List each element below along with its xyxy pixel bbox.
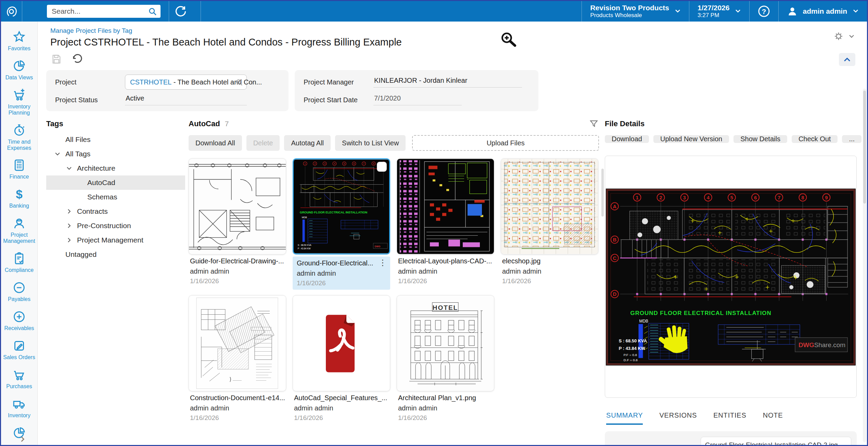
truck-icon <box>12 397 26 411</box>
sidebar-item-receivables[interactable]: Receivables <box>1 306 37 335</box>
sidebar-item-payables[interactable]: Payables <box>1 277 37 306</box>
svg-text:MDB: MDB <box>639 319 648 324</box>
file-author: admin admin <box>297 270 386 277</box>
file-card[interactable]: Electrical-Layout-plans-CAD-... admin ad… <box>397 158 494 290</box>
calculator-icon <box>12 158 26 172</box>
cad-title-text: GROUND FLOOR ELECTRICAL INSTALLATION <box>630 310 771 316</box>
svg-text:B: B <box>613 237 616 242</box>
chevron-down-icon[interactable] <box>67 166 77 171</box>
search-icon[interactable] <box>148 7 157 17</box>
chevron-right-icon[interactable] <box>67 223 77 228</box>
help-button[interactable]: ? <box>749 1 778 22</box>
file-card[interactable]: Guide-for-Electrical-Drawing-... admin a… <box>189 158 286 290</box>
download-all-button[interactable]: Download All <box>189 135 242 151</box>
tag-autocad[interactable]: AutoCad <box>46 175 185 190</box>
sidebar-item-dashboards[interactable] <box>1 422 37 444</box>
sidebar-item-sales-orders[interactable]: Sales Orders <box>1 335 37 364</box>
sidebar-item-time-expenses[interactable]: Time and Expenses <box>1 120 37 155</box>
file-date: 1/16/2026 <box>190 277 285 285</box>
tag-untagged[interactable]: Untagged <box>46 247 185 262</box>
details-tabs: SUMMARY VERSIONS ENTITIES NOTE <box>606 411 783 425</box>
file-card[interactable]: elecshop.jpg admin admin 1/16/2026 <box>501 158 598 290</box>
undo-button[interactable] <box>72 54 83 66</box>
file-thumbnail-colorplan[interactable] <box>501 158 598 254</box>
tenant-name: Revision Two Products <box>590 4 669 12</box>
tab-versions[interactable]: VERSIONS <box>659 411 697 425</box>
sidebar-item-compliance[interactable]: Compliance <box>1 248 37 277</box>
project-start-date-value[interactable]: 7/1/2020 <box>373 94 462 105</box>
file-thumbnail-pdf-icon[interactable] <box>293 295 390 391</box>
svg-text:4: 4 <box>334 162 335 165</box>
project-status-value[interactable]: Active <box>125 94 247 105</box>
tab-note[interactable]: NOTE <box>763 411 783 425</box>
sidebar-item-favorites[interactable]: Favorites <box>1 26 37 55</box>
sidebar-item-inventory-planning[interactable]: Inventory Planning <box>1 84 37 120</box>
show-details-button[interactable]: Show Details <box>733 135 787 143</box>
tab-summary[interactable]: SUMMARY <box>606 411 643 425</box>
autotag-all-button[interactable]: Autotag All <box>284 135 331 151</box>
save-button[interactable] <box>51 54 62 66</box>
tag-pre-construction[interactable]: Pre-Construction <box>46 219 185 233</box>
app-logo[interactable] <box>1 1 22 22</box>
chevron-right-icon[interactable] <box>67 238 77 242</box>
svg-text:DWG: DWG <box>799 341 814 349</box>
file-thumbnail-hotel-elevation[interactable]: HOTEL <box>397 295 494 391</box>
user-menu[interactable]: admin admin <box>778 1 867 22</box>
file-thumbnail-construction-doc[interactable] <box>189 295 286 391</box>
file-preview-pane[interactable]: 123456789 ABCD <box>605 156 857 398</box>
search-input[interactable] <box>47 5 161 18</box>
tag-schemas[interactable]: Schemas <box>46 190 185 204</box>
file-name-field[interactable]: Ground-Floor-Electrical-Installation-CAD… <box>701 437 851 446</box>
upload-files-dropzone[interactable]: Upload Files <box>412 135 599 151</box>
sidebar-item-data-views[interactable]: Data Views <box>1 55 37 84</box>
project-code: CSTRHOTEL <box>130 78 171 86</box>
delete-button[interactable]: Delete <box>246 135 280 151</box>
check-out-button[interactable]: Check Out <box>792 135 838 143</box>
project-form-panel: Project CSTRHOTEL - The Beach Hotel and … <box>46 70 289 111</box>
chevron-down-icon[interactable] <box>55 152 65 156</box>
upload-new-version-button[interactable]: Upload New Version <box>653 135 729 143</box>
more-actions-button[interactable]: ... <box>842 135 861 143</box>
filter-icon[interactable] <box>589 119 598 130</box>
chevron-right-icon[interactable] <box>67 209 77 214</box>
tag-contracts[interactable]: Contracts <box>46 204 185 219</box>
business-date-icon[interactable] <box>169 1 192 22</box>
selection-checkbox[interactable] <box>377 162 386 171</box>
main-content: Manage Project Files by Tag Project CSTR… <box>38 22 867 445</box>
breadcrumb[interactable]: Manage Project Files by Tag <box>50 27 132 35</box>
sidebar-item-project-management[interactable]: Project Management <box>1 213 37 248</box>
tag-all-tags[interactable]: All Tags <box>46 147 185 161</box>
file-thumbnail-cad-dark[interactable] <box>397 158 494 254</box>
tenant-selector[interactable]: Revision Two Products Products Wholesale <box>582 1 689 22</box>
file-card-selected[interactable]: 123456789 <box>293 158 390 290</box>
tag-project-management[interactable]: Project Management <box>46 233 185 247</box>
file-thumbnail-floorplan[interactable] <box>189 158 286 254</box>
page-settings[interactable] <box>833 31 855 41</box>
download-button[interactable]: Download <box>605 135 649 143</box>
tag-all-files[interactable]: All Files <box>46 132 185 147</box>
switch-list-view-button[interactable]: Switch to List View <box>335 135 406 151</box>
file-card[interactable]: Construction-Document1-e14... admin admi… <box>189 295 286 422</box>
sidebar-item-finance[interactable]: Finance <box>1 155 37 184</box>
sidebar-item-inventory[interactable]: Inventory <box>1 393 37 422</box>
sidebar-expand-chevron[interactable] <box>20 436 26 444</box>
lookup-icon[interactable] <box>235 79 243 88</box>
svg-text:P.F = 0.8: P.F = 0.8 <box>624 353 637 357</box>
file-thumbnail-cad-selected[interactable]: 123456789 <box>293 158 390 254</box>
files-grid-scrollbar[interactable] <box>601 169 604 217</box>
project-manager-value[interactable]: KINLEARJOR - Jordan Kinlear <box>373 77 522 88</box>
tab-entities[interactable]: ENTITIES <box>713 411 746 425</box>
sidebar-item-purchases[interactable]: Purchases <box>1 364 37 393</box>
collapse-header-button[interactable] <box>839 53 855 66</box>
file-card[interactable]: AutoCad_Special_Features_... admin admin… <box>293 295 390 422</box>
date-time-selector[interactable]: 1/27/2026 3:27 PM <box>689 1 749 22</box>
file-card[interactable]: HOTEL <box>397 295 494 422</box>
sidebar-item-banking[interactable]: $ Banking <box>1 184 37 213</box>
page-scrollbar[interactable] <box>863 89 866 442</box>
project-lookup-field[interactable]: CSTRHOTEL - The Beach Hotel and Con... <box>125 75 247 90</box>
card-menu-icon[interactable]: ⋮ <box>379 259 387 267</box>
cart-icon <box>12 368 26 382</box>
file-name-label: File Name <box>615 444 648 446</box>
tag-architecture[interactable]: Architecture <box>46 161 185 175</box>
files-grid-row-1: Guide-for-Electrical-Drawing-... admin a… <box>189 158 599 290</box>
